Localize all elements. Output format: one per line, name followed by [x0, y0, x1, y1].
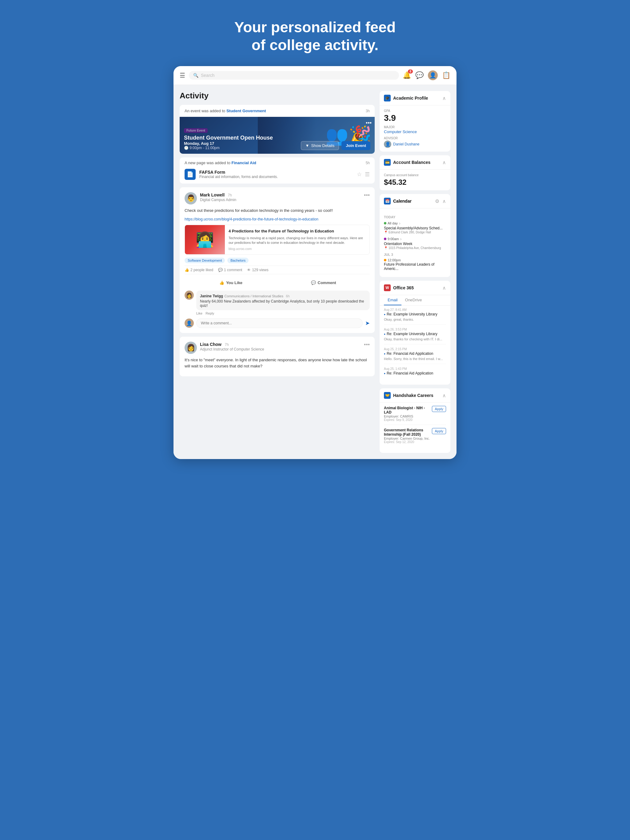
- comment-input[interactable]: [196, 318, 362, 328]
- career-job-2-expires: Expires: Sep 12, 2020: [384, 440, 446, 444]
- career-job-1-row: Animal Biologist - NIH - LAD Apply: [384, 406, 446, 414]
- search-bar[interactable]: 🔍 Search: [189, 71, 399, 80]
- post-link[interactable]: https://blog.ucroo.com/blog/4-prediction…: [185, 217, 318, 221]
- advisor-row: 👤 Daniel Dushane: [384, 141, 446, 148]
- career-job-2-row: Government Relations Internship (Fall 20…: [384, 428, 446, 437]
- calendar-icon: 📅: [384, 198, 391, 204]
- hamburger-menu[interactable]: ☰: [180, 72, 185, 79]
- join-event-button[interactable]: Join Event: [342, 141, 370, 150]
- menu-icon[interactable]: 📋: [442, 71, 450, 79]
- gpa-value: 3.9: [384, 113, 446, 123]
- cal-event-1-title: Special Assembly/Advisory Sched...: [384, 226, 446, 230]
- tag-software-development[interactable]: Software Development: [185, 257, 225, 263]
- send-comment-button[interactable]: ➤: [365, 320, 370, 327]
- lisa-role: Adjunct Instructor of Computer Science: [200, 347, 361, 351]
- account-balances-title: 💳 Account Balances: [384, 159, 431, 166]
- comment-like-btn[interactable]: Like: [196, 311, 203, 315]
- event-more-btn[interactable]: •••: [366, 120, 372, 126]
- cal-event-1-location: 📍 Edmund Clark 280, Dodge Hall: [384, 231, 446, 234]
- email-3-date: Aug 25, 2:15 PM: [384, 347, 446, 351]
- academic-profile-collapse[interactable]: ∧: [442, 95, 446, 101]
- email-4-dot: •: [384, 371, 385, 376]
- office365-collapse[interactable]: ∧: [442, 285, 446, 291]
- email-4-subject[interactable]: Re: Financial Aid Application: [387, 371, 433, 376]
- fafsa-notif-link[interactable]: Financial Aid: [232, 161, 256, 165]
- career-job-1-apply[interactable]: Apply: [432, 406, 446, 412]
- post-actions: 👍 You Like 💬 Comment: [185, 276, 370, 287]
- lisa-more-btn[interactable]: •••: [364, 342, 370, 348]
- page-title: Activity: [180, 91, 375, 101]
- top-nav: ☰ 🔍 Search 🔔 8 💬 👤 📋: [174, 66, 456, 85]
- messages-icon[interactable]: 💬: [415, 71, 424, 79]
- notification-bell[interactable]: 🔔 8: [403, 71, 411, 79]
- comment-button[interactable]: 💬 Comment: [277, 278, 370, 287]
- cal-event-1-time: All day ›: [384, 221, 446, 226]
- account-icon: 💳: [384, 159, 391, 166]
- email-tab[interactable]: Email: [384, 295, 401, 305]
- fafsa-bookmark-icon[interactable]: ☆: [357, 171, 362, 178]
- link-preview-image: 👩‍💻: [185, 225, 225, 254]
- calendar-settings-icon[interactable]: ⚙: [435, 198, 439, 204]
- handshake-collapse[interactable]: ∧: [442, 393, 446, 398]
- event-actions: ▼ Show Details Join Event: [301, 141, 371, 150]
- cal-event-2-title: Orientation Week: [384, 242, 446, 246]
- fafsa-list-icon[interactable]: ☰: [365, 171, 370, 178]
- tag-bachelors[interactable]: Bachelors: [227, 257, 249, 263]
- onedrive-tab[interactable]: OneDrive: [401, 295, 426, 305]
- comment-text: Nearly 64,000 New Zealanders affected by…: [200, 299, 366, 308]
- email-4-subject-row: • Re: Financial Aid Application: [384, 371, 446, 376]
- account-balances-header: 💳 Account Balances ∧: [380, 155, 450, 170]
- cal-event-2-chevron[interactable]: ›: [400, 237, 402, 242]
- eye-icon: 👁: [247, 268, 251, 272]
- comment-reply-btn[interactable]: Reply: [206, 311, 214, 315]
- cal-event-3-dot: [384, 259, 386, 261]
- event-notif-link[interactable]: Student Government: [226, 109, 266, 113]
- like-button[interactable]: 👍 You Like: [185, 278, 277, 287]
- post-text: Check out these predictions for educatio…: [185, 208, 370, 214]
- calendar-title: 📅 Calendar: [384, 198, 412, 204]
- office365-tabs: Email OneDrive: [380, 295, 450, 306]
- feed-column: Activity An event was added to Student G…: [180, 91, 375, 453]
- likes-icon: 👍: [185, 268, 189, 272]
- jul3-label: Jul 3: [384, 253, 446, 256]
- comment-actions: Like Reply: [196, 311, 370, 315]
- balance-label: Campus account balance: [384, 174, 446, 177]
- email-3-subject[interactable]: Re: Financial Aid Application: [387, 351, 433, 356]
- career-job-2: Government Relations Internship (Fall 20…: [384, 428, 446, 447]
- post-header-lisa: 👩 Lisa Chow 7h Adjunct Instructor of Com…: [185, 342, 370, 354]
- lisa-post-text: It's nice to "meet" everyone. In light o…: [185, 357, 370, 369]
- fafsa-info: FAFSA Form Financial aid information, fo…: [199, 170, 353, 179]
- email-1-subject[interactable]: Re: Example University Library: [387, 312, 437, 316]
- link-preview[interactable]: 👩‍💻 4 Predictions for the Future of Tech…: [185, 225, 370, 255]
- cal-event-2-location: 📍 1015 Philadelphia Ave, Chambersburg: [384, 246, 446, 249]
- post-author-name: Mark Lowell: [200, 193, 225, 197]
- advisor-name[interactable]: Daniel Dushane: [393, 142, 419, 146]
- career-job-1-employer: Employer: CAMRIS: [384, 414, 446, 418]
- account-balances-collapse[interactable]: ∧: [442, 159, 446, 166]
- user-avatar[interactable]: 👤: [428, 70, 438, 80]
- lisa-name: Lisa Chow: [200, 342, 222, 347]
- views-count: 👁 129 views: [247, 268, 268, 272]
- like-icon: 👍: [219, 280, 224, 285]
- show-details-button[interactable]: ▼ Show Details: [301, 141, 339, 150]
- post-card-mark-lowell: 👨 Mark Lowell 7h Digital Campus Admin ••…: [180, 187, 375, 333]
- post-more-btn[interactable]: •••: [364, 192, 370, 199]
- app-container: ☰ 🔍 Search 🔔 8 💬 👤 📋 Activity: [174, 66, 456, 459]
- comment-author-name: Janine Twigg: [200, 294, 223, 298]
- handshake-title: 🤝 Handshake Careers: [384, 392, 434, 399]
- career-job-1-expires: Expires: Sep 9, 2020: [384, 418, 446, 422]
- career-job-1-title: Animal Biologist - NIH - LAD: [384, 406, 432, 414]
- career-job-list: Animal Biologist - NIH - LAD Apply Emplo…: [380, 403, 450, 453]
- email-1-date: Aug 27, 8:41 AM: [384, 308, 446, 311]
- cal-event-1-chevron[interactable]: ›: [399, 221, 400, 226]
- email-2-subject[interactable]: Re: Example University Library: [387, 332, 437, 336]
- email-item-3: Aug 25, 2:15 PM • Re: Financial Aid Appl…: [384, 347, 446, 364]
- calendar-collapse-icon[interactable]: ∧: [442, 198, 446, 204]
- career-job-2-apply[interactable]: Apply: [432, 428, 446, 434]
- fafsa-notif-time: 5h: [366, 161, 370, 165]
- fafsa-icon: 📄: [185, 169, 196, 180]
- comment-icon: 💬: [218, 268, 223, 272]
- current-user-avatar: 👤: [185, 319, 194, 328]
- hero-header: Your personalized feed of college activi…: [222, 0, 408, 66]
- post-meta: Mark Lowell 7h Digital Campus Admin: [200, 192, 361, 202]
